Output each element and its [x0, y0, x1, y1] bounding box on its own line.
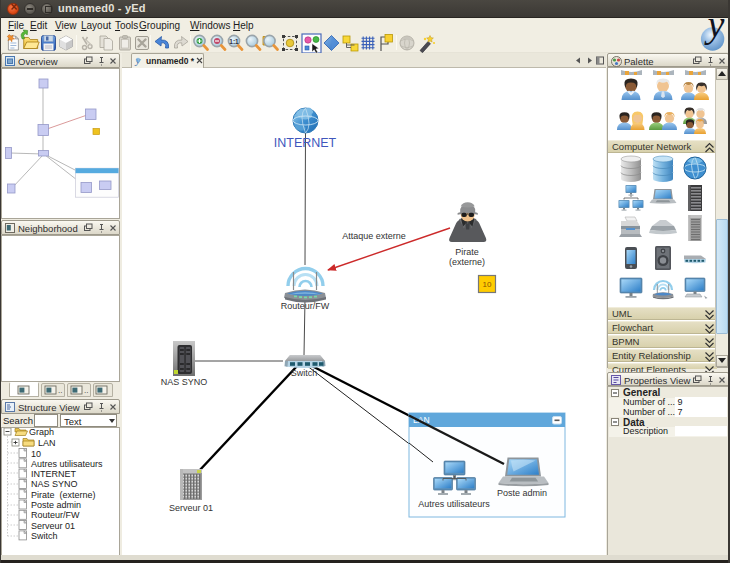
svg-text:10: 10 [31, 449, 41, 459]
svg-text:Serveur 01: Serveur 01 [31, 521, 75, 531]
svg-text:Autres utilisateurs: Autres utilisateurs [418, 499, 490, 509]
svg-text:INTERNET: INTERNET [274, 136, 337, 150]
svg-text:INTERNET: INTERNET [31, 469, 77, 479]
svg-text:Attaque externe: Attaque externe [342, 231, 406, 241]
svg-text:Poste admin: Poste admin [31, 500, 81, 510]
svg-text:1:1: 1:1 [229, 38, 239, 45]
svg-text:Switch: Switch [31, 531, 58, 541]
svg-text:Serveur 01: Serveur 01 [169, 503, 213, 513]
svg-text:NAS SYNO: NAS SYNO [31, 479, 78, 489]
svg-text:LAN: LAN [38, 438, 56, 448]
svg-text:..: .. [84, 386, 88, 395]
svg-text:Pirate: Pirate [455, 247, 479, 257]
svg-text:Graph: Graph [29, 427, 54, 437]
svg-text:Switch: Switch [291, 368, 318, 378]
svg-text:NAS SYNO: NAS SYNO [161, 377, 208, 387]
svg-text:y: y [704, 3, 725, 45]
svg-text:(externe): (externe) [449, 257, 485, 267]
svg-text:Routeur/FW: Routeur/FW [31, 510, 80, 520]
svg-text:Poste admin: Poste admin [497, 488, 547, 498]
svg-text:Routeur/FW: Routeur/FW [281, 301, 330, 311]
svg-text:10: 10 [483, 280, 492, 289]
svg-text:Autres utilisateurs: Autres utilisateurs [31, 459, 103, 469]
svg-text:Pirate (externe): Pirate (externe) [31, 490, 96, 500]
svg-text:..: .. [58, 386, 62, 395]
